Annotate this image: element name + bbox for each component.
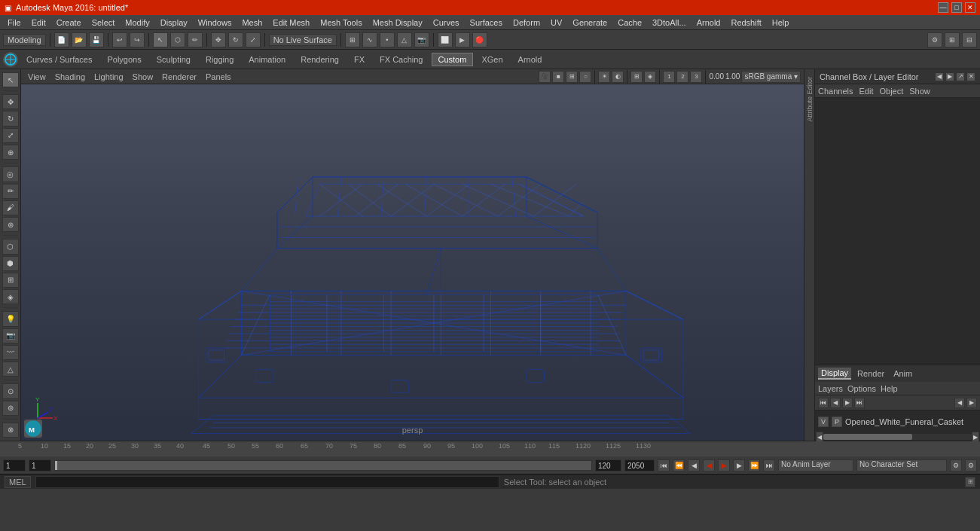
curve-lt-btn[interactable]: 〰	[2, 345, 19, 360]
attr-editor-tab[interactable]: Attribute Editor	[805, 72, 814, 127]
menu-file[interactable]: File	[3, 17, 26, 28]
frame-end-input[interactable]	[595, 459, 621, 471]
select-lt-btn[interactable]: ↖	[2, 72, 19, 87]
menu-arnold[interactable]: Arnold	[692, 17, 725, 28]
anim-settings-btn[interactable]: ⚙	[950, 459, 962, 471]
layer-nav-2[interactable]: ◀	[830, 398, 841, 408]
shelf-tab-sculpting[interactable]: Sculpting	[150, 53, 197, 66]
shelf-tab-polygons[interactable]: Polygons	[100, 53, 148, 66]
lasso-tool[interactable]: ⬡	[170, 32, 185, 47]
redo-button[interactable]: ↪	[130, 32, 145, 47]
pivot-lt-btn[interactable]: ⊙	[2, 383, 19, 398]
menu-create[interactable]: Create	[52, 17, 86, 28]
panel-btn-1[interactable]: ◀	[935, 72, 944, 81]
shelf-tab-animation[interactable]: Animation	[242, 53, 292, 66]
playhead[interactable]	[55, 461, 57, 470]
ui-button-1[interactable]: ⊞	[945, 32, 960, 47]
vp-shading-btn[interactable]: ■	[552, 71, 564, 83]
cb-menu-edit[interactable]: Edit	[859, 87, 873, 96]
snap-lt-btn[interactable]: ⊚	[2, 401, 19, 416]
layer-vis-v[interactable]: V	[818, 417, 829, 427]
layer-nav-4[interactable]: ⏭	[854, 398, 865, 408]
vp-shadow-btn[interactable]: ◐	[612, 71, 624, 83]
vp-wire-btn[interactable]: ⊞	[566, 71, 578, 83]
layer-tab-anim[interactable]: Anim	[890, 368, 915, 379]
char-set-select[interactable]: No Character Set	[856, 459, 947, 471]
paint-tool[interactable]: ✏	[188, 32, 203, 47]
go-end-btn[interactable]: ⏭	[763, 459, 775, 471]
menu-mesh-tools[interactable]: Mesh Tools	[316, 17, 366, 28]
menu-3dtoall[interactable]: 3DtoAll...	[648, 17, 691, 28]
layer-vis-p[interactable]: P	[832, 417, 842, 427]
prev-frame-btn[interactable]: ⏪	[673, 459, 685, 471]
vp-cam-btn[interactable]: 🎥	[539, 71, 551, 83]
vp-colorspace-dropdown[interactable]: sRGB gamma ▾	[741, 71, 801, 83]
play-fwd-btn[interactable]: ▶	[718, 459, 730, 471]
layer-scroll-1[interactable]: ◀	[954, 398, 965, 408]
cb-menu-show[interactable]: Show	[909, 87, 930, 96]
next-frame-btn[interactable]: ⏩	[748, 459, 760, 471]
play-back-btn[interactable]: ◀	[703, 459, 715, 471]
timeline-scrubber[interactable]	[54, 460, 592, 471]
vp-grid-btn[interactable]: ⊞	[630, 71, 643, 83]
univ-lt-btn[interactable]: ⊕	[2, 145, 19, 160]
cb-menu-channels[interactable]: Channels	[818, 87, 853, 96]
vp-res1-btn[interactable]: 1	[663, 71, 675, 83]
surface-lt-btn[interactable]: △	[2, 362, 19, 377]
go-start-btn[interactable]: ⏮	[658, 459, 670, 471]
scroll-left-btn[interactable]: ◀	[816, 432, 823, 442]
ipr-button[interactable]: ▶	[455, 32, 470, 47]
anim-layer-select[interactable]: No Anim Layer	[778, 459, 853, 471]
layer-scrollbar[interactable]: ◀ ▶	[815, 433, 980, 441]
menu-deform[interactable]: Deform	[508, 17, 545, 28]
layer-opt-options[interactable]: Options	[847, 384, 876, 393]
maximize-button[interactable]: □	[951, 2, 962, 13]
menu-curves[interactable]: Curves	[429, 17, 464, 28]
current-frame-input[interactable]	[29, 459, 51, 471]
snap-surface[interactable]: △	[397, 32, 412, 47]
panel-float[interactable]: ↗	[956, 72, 965, 81]
range-end-input[interactable]	[624, 459, 655, 471]
shelf-tab-rigging[interactable]: Rigging	[199, 53, 240, 66]
frame-start-input[interactable]	[3, 459, 26, 471]
layer-nav-1[interactable]: ⏮	[818, 398, 829, 408]
vp-menu-renderer[interactable]: Renderer	[158, 72, 200, 82]
move-tool[interactable]: ✥	[211, 32, 226, 47]
render-button[interactable]: 🔴	[472, 32, 487, 47]
3d-viewport[interactable]: .wire { stroke: #1a3a99; stroke-width: 0…	[21, 84, 804, 441]
close-button[interactable]: ✕	[965, 2, 975, 13]
panel-close[interactable]: ✕	[966, 72, 975, 81]
cloth-lt-btn[interactable]: ⊛	[2, 217, 19, 232]
vp-menu-lighting[interactable]: Lighting	[90, 72, 127, 82]
camera-button[interactable]: 📷	[414, 32, 429, 47]
snap-curve[interactable]: ∿	[362, 32, 377, 47]
snap-point[interactable]: •	[380, 32, 395, 47]
layer-scroll-2[interactable]: ▶	[966, 398, 977, 408]
prev-key-btn[interactable]: ◀	[688, 459, 700, 471]
vp-menu-view[interactable]: View	[24, 72, 50, 82]
shelf-tab-custom[interactable]: Custom	[432, 53, 474, 66]
command-line-input[interactable]	[35, 476, 499, 488]
mode-dropdown[interactable]: Modeling	[3, 34, 46, 46]
layer-opt-layers[interactable]: Layers	[818, 384, 843, 393]
undo-button[interactable]: ↩	[112, 32, 127, 47]
scrollbar-thumb[interactable]	[823, 434, 912, 440]
ui-button-2[interactable]: ⊟	[962, 32, 977, 47]
display-lt-btn[interactable]: ⬢	[2, 256, 19, 271]
shelf-tab-xgen[interactable]: XGen	[475, 53, 509, 66]
vp-menu-panels[interactable]: Panels	[202, 72, 235, 82]
output-window-btn[interactable]: ⊞	[965, 477, 975, 487]
menu-mesh[interactable]: Mesh	[237, 17, 267, 28]
light-lt-btn[interactable]: 💡	[2, 311, 19, 326]
panel-btn-2[interactable]: ▶	[945, 72, 954, 81]
vp-menu-shading[interactable]: Shading	[51, 72, 89, 82]
soft-lt-btn[interactable]: ◎	[2, 166, 19, 182]
menu-surfaces[interactable]: Surfaces	[466, 17, 507, 28]
scale-lt-btn[interactable]: ⤢	[2, 128, 19, 143]
menu-help[interactable]: Help	[768, 17, 794, 28]
menu-uv[interactable]: UV	[546, 17, 566, 28]
menu-select[interactable]: Select	[87, 17, 120, 28]
shelf-tab-fx-caching[interactable]: FX Caching	[373, 53, 429, 66]
rotate-lt-btn[interactable]: ↻	[2, 111, 19, 126]
status-mode-label[interactable]: MEL	[5, 476, 31, 488]
